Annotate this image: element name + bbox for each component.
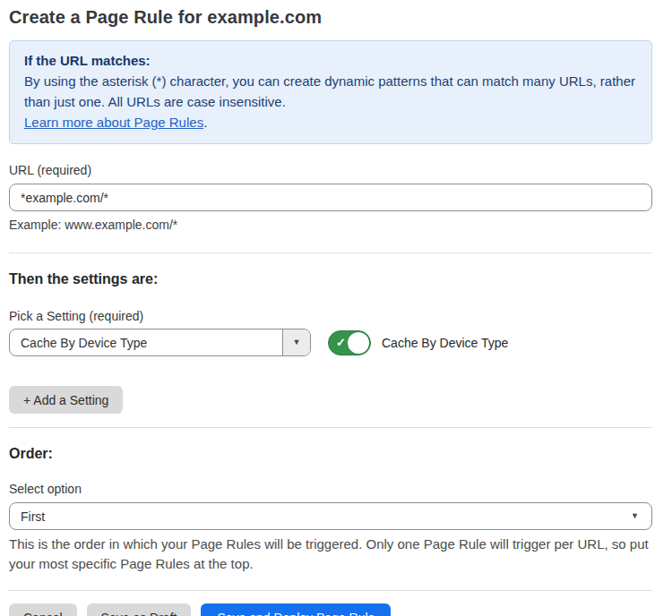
divider-before-footer [9,590,652,591]
chevron-down-icon: ▼ [293,338,301,346]
setting-select-value: Cache By Device Type [10,329,282,355]
chevron-down-icon: ▼ [631,512,639,520]
order-select-value: First [10,503,631,529]
divider-after-settings [9,427,652,428]
info-link-line: Learn more about Page Rules. [24,112,637,133]
url-example-hint: Example: www.example.com/* [9,218,652,232]
order-select[interactable]: First ▼ [9,502,652,530]
order-select-arrow: ▼ [631,503,651,529]
info-box-body: By using the asterisk (*) character, you… [24,71,637,112]
link-suffix: . [203,115,207,130]
page-rule-form: Create a Page Rule for example.com If th… [0,0,672,616]
cache-by-device-type-toggle[interactable]: ✓ [328,330,371,355]
setting-row: Cache By Device Type ▼ ✓ Cache By Device… [9,329,652,356]
setting-select[interactable]: Cache By Device Type ▼ [9,329,311,356]
check-icon: ✓ [336,337,346,348]
divider-after-url [9,252,652,253]
url-field-label: URL (required) [9,163,652,177]
page-title: Create a Page Rule for example.com [9,7,652,28]
learn-more-link[interactable]: Learn more about Page Rules [24,115,203,130]
info-box-heading: If the URL matches: [24,53,637,68]
add-setting-button[interactable]: + Add a Setting [9,386,123,414]
url-match-info-box: If the URL matches: By using the asteris… [9,40,652,144]
toggle-label: Cache By Device Type [382,336,508,350]
order-section-heading: Order: [9,446,652,462]
save-and-deploy-button[interactable]: Save and Deploy Page Rule [201,603,391,616]
setting-select-arrow-button[interactable]: ▼ [282,329,310,355]
footer-actions: Cancel Save as Draft Save and Deploy Pag… [9,603,652,616]
order-description: This is the order in which your Page Rul… [9,535,652,574]
save-as-draft-button[interactable]: Save as Draft [87,603,192,616]
setting-picker-label: Pick a Setting (required) [9,309,652,323]
cancel-button[interactable]: Cancel [9,603,77,616]
settings-section-heading: Then the settings are: [9,271,652,287]
toggle-knob [348,332,369,354]
url-input[interactable] [9,184,652,211]
order-select-label: Select option [9,482,652,496]
